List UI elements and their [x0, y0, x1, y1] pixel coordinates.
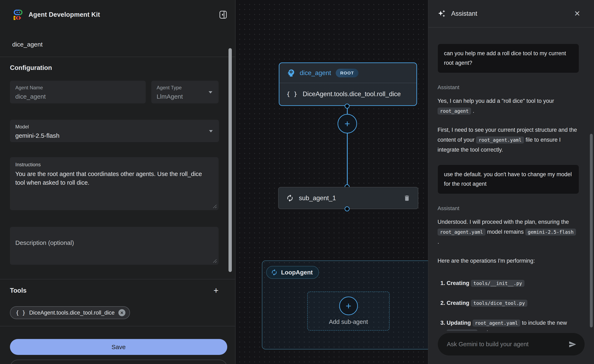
agent-name-field[interactable]: Agent Name dice_agent	[10, 81, 146, 103]
code-chip: root_agent.yaml	[476, 137, 524, 144]
text-run: .	[471, 108, 474, 114]
config-panel: Agent Development Kit dice_agent Configu…	[0, 0, 236, 364]
code-chip: gemini-2.5-flash	[525, 229, 576, 236]
delete-icon[interactable]	[403, 195, 410, 202]
bold-text: Updating	[447, 320, 471, 326]
loop-agent-pill[interactable]: LoopAgent	[266, 266, 319, 279]
send-icon[interactable]	[568, 340, 576, 348]
add-tool-button[interactable]: +	[213, 286, 219, 295]
agent-title: dice_agent	[12, 41, 235, 48]
user-message-bubble: can you help me add a roll dice tool to …	[438, 44, 579, 73]
resize-handle[interactable]	[213, 259, 216, 263]
root-node-tool-row: { } DiceAgent.tools.dice_tool.roll_dice	[279, 83, 416, 105]
assistant-input[interactable]	[447, 341, 568, 348]
add-sub-agent-button[interactable]: +	[339, 297, 358, 315]
code-chip: roll_dice	[447, 330, 478, 331]
text-run: Here are the operations I'm performing:	[438, 258, 535, 264]
agent-type-value: LlmAgent	[157, 93, 213, 100]
code-braces-icon: { }	[286, 91, 297, 98]
code-chip: root_agent.yaml	[472, 319, 520, 327]
assistant-scrollbar[interactable]	[590, 134, 593, 327]
text-run: Understood. I will proceed with the plan…	[438, 219, 569, 225]
model-label: Model	[15, 124, 214, 130]
sub-agent-title: sub_agent_1	[299, 194, 336, 202]
connection-handle[interactable]	[344, 206, 350, 211]
operations-list: Creating tools/__init__.pyCreating tools…	[438, 278, 579, 331]
text-run: tool.	[478, 330, 490, 331]
root-agent-node[interactable]: dice_agent ROOT { } DiceAgent.tools.dice…	[279, 62, 417, 106]
assistant-label: Assistant	[438, 205, 579, 212]
tools-heading: Tools	[10, 287, 27, 294]
code-chip: root_agent	[438, 107, 471, 115]
code-braces-icon: { }	[16, 310, 26, 316]
assistant-header: Assistant ✕	[428, 0, 594, 27]
instructions-textarea[interactable]: Instructions You are the root agent that…	[10, 157, 219, 210]
assistant-panel: Assistant ✕ can you help me add a roll d…	[428, 0, 594, 364]
tool-chip-label: DiceAgent.tools.dice_tool.roll_dice	[29, 310, 115, 316]
text-run: to include the new	[520, 320, 567, 326]
divider	[0, 326, 235, 326]
app-title: Agent Development Kit	[28, 11, 100, 18]
tool-chip[interactable]: { } DiceAgent.tools.dice_tool.roll_dice …	[10, 306, 130, 319]
close-icon[interactable]: ✕	[574, 10, 580, 17]
agent-graph-canvas[interactable]: dice_agent ROOT { } DiceAgent.tools.dice…	[236, 0, 428, 364]
assistant-paragraph: Here are the operations I'm performing:	[438, 256, 579, 266]
text-run	[469, 300, 471, 306]
description-textarea[interactable]: Description (optional)	[10, 227, 219, 265]
add-sub-agent-label: Add sub-agent	[308, 318, 389, 325]
operation-item: Creating tools/dice_tool.py	[447, 298, 579, 308]
assistant-label: Assistant	[438, 84, 579, 91]
agent-type-select[interactable]: Agent Type LlmAgent	[151, 81, 219, 103]
loop-icon	[286, 194, 294, 202]
root-badge: ROOT	[336, 69, 359, 77]
text-run: Yes, I can help you add a "roll dice" to…	[438, 98, 554, 104]
assistant-input-bar[interactable]	[438, 333, 585, 356]
assistant-title: Assistant	[451, 10, 477, 17]
agent-type-label: Agent Type	[157, 85, 213, 91]
agent-name-value: dice_agent	[15, 93, 140, 100]
adk-logo-icon	[13, 9, 23, 20]
model-select[interactable]: Model gemini-2.5-flash	[10, 120, 219, 142]
operation-item: Creating tools/__init__.py	[447, 278, 579, 288]
bold-text: Creating	[447, 280, 469, 286]
left-panel-scrollbar[interactable]	[229, 48, 232, 272]
root-node-tool: DiceAgent.tools.dice_tool.roll_dice	[303, 90, 401, 98]
bold-text: Creating	[447, 300, 469, 306]
configuration-heading: Configuration	[10, 64, 219, 72]
code-chip: tools/__init__.py	[471, 280, 525, 287]
code-chip: root_agent.yaml	[438, 229, 486, 236]
app-header: Agent Development Kit	[0, 0, 235, 20]
instructions-value: You are the root agent that coordinates …	[15, 170, 213, 187]
remove-tool-icon[interactable]: ✕	[118, 309, 125, 316]
description-placeholder: Description (optional)	[15, 239, 213, 246]
root-node-title: dice_agent	[300, 69, 331, 77]
divider	[0, 57, 235, 57]
chat-messages[interactable]: can you help me add a roll dice tool to …	[428, 27, 594, 331]
assistant-paragraph: First, I need to see your current projec…	[438, 125, 579, 155]
agent-name-label: Agent Name	[15, 85, 140, 91]
chevron-down-icon	[209, 130, 213, 132]
psychology-icon	[286, 69, 295, 77]
assistant-paragraph: Yes, I can help you add a "roll dice" to…	[438, 96, 579, 116]
resize-handle[interactable]	[213, 205, 216, 208]
save-button[interactable]: Save	[10, 339, 227, 355]
instructions-label: Instructions	[15, 162, 213, 167]
text-run	[471, 320, 472, 326]
configuration-section: Configuration Agent Name dice_agent Agen…	[0, 64, 235, 326]
add-node-button[interactable]: +	[338, 114, 357, 133]
root-node-header: dice_agent ROOT	[279, 63, 416, 83]
loop-icon	[271, 269, 278, 276]
text-run	[469, 280, 471, 286]
sub-agent-node[interactable]: sub_agent_1	[278, 187, 418, 209]
connection-handle[interactable]	[344, 104, 350, 109]
form-footer: Save Cancel	[0, 339, 235, 364]
assistant-paragraph: Understood. I will proceed with the plan…	[438, 217, 579, 247]
cancel-button[interactable]: Cancel	[10, 360, 227, 364]
chevron-down-icon	[209, 91, 212, 93]
code-chip: tools/dice_tool.py	[471, 300, 527, 307]
collapse-panel-icon[interactable]	[219, 11, 227, 19]
operation-item: Updating root_agent.yaml to include the …	[447, 318, 579, 331]
add-sub-agent-dropzone[interactable]: + Add sub-agent	[307, 291, 390, 331]
model-value: gemini-2.5-flash	[15, 132, 214, 139]
loop-agent-group[interactable]: LoopAgent + Add sub-agent	[262, 260, 428, 350]
